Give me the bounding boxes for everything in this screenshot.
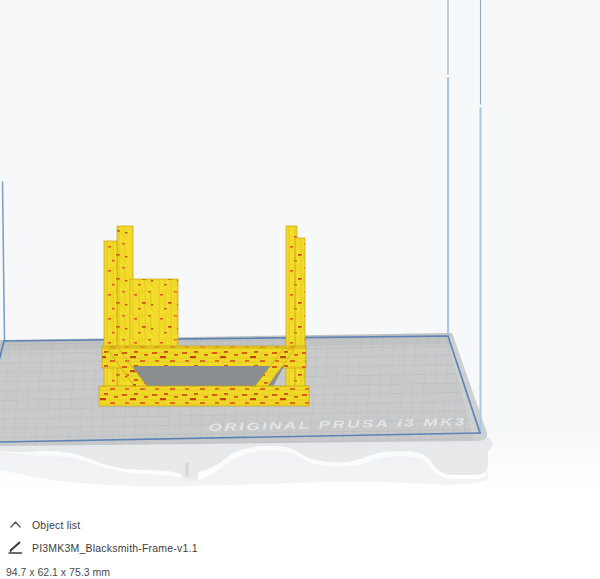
- edit-pencil-icon: [8, 541, 23, 554]
- object-list-item[interactable]: PI3MK3M_Blacksmith-Frame-v1.1: [8, 541, 198, 554]
- object-list-label: Object list: [32, 519, 80, 531]
- model-base-bottom-rail: [99, 386, 309, 406]
- model-back-wall: [130, 279, 178, 357]
- model-post-right-front: [295, 238, 305, 404]
- object-item-name: PI3MK3M_Blacksmith-Frame-v1.1: [32, 542, 198, 554]
- 3d-viewport[interactable]: ORIGINAL PRUSA i3 MK3: [0, 0, 600, 579]
- object-list-toggle[interactable]: Object list: [8, 518, 80, 531]
- model-post-left-front: [104, 241, 117, 402]
- object-list-panel: Object list PI3MK3M_Blacksmith-Frame-v1.…: [0, 514, 320, 574]
- chevron-up-icon: [8, 518, 23, 531]
- selection-dimensions: 94.7 x 62.1 x 75.3 mm: [6, 566, 110, 578]
